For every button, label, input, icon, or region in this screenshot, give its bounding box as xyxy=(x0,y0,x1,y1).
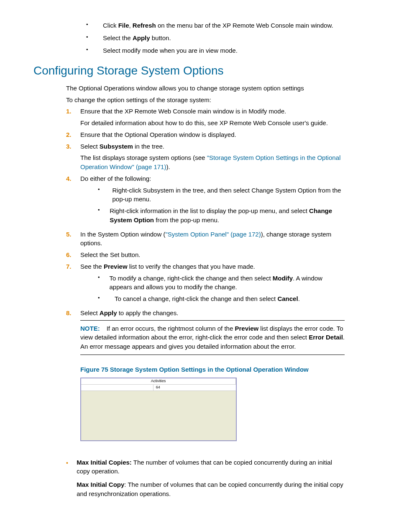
table-cell xyxy=(81,385,153,391)
table-cell: 64 xyxy=(153,385,236,391)
step-item: 8. Select Apply to apply the changes. xyxy=(66,308,345,318)
text: Do either of the following: xyxy=(80,174,345,183)
text-bold: Apply xyxy=(100,309,117,316)
step-number: 1. xyxy=(66,107,80,128)
text-bold: Refresh xyxy=(133,22,156,29)
bullet-item: • Select the Apply button. xyxy=(84,33,345,43)
bullet-item: • Max Initial Copies: The number of volu… xyxy=(66,458,345,499)
text-bold: Max Initial Copy xyxy=(77,481,124,488)
text: on the menu bar of the XP Remote Web Con… xyxy=(156,22,333,29)
text: If an error occurs, the rightmost column… xyxy=(107,325,235,332)
text-bold: Apply xyxy=(133,34,150,41)
text-bold: Error Detail xyxy=(309,334,343,341)
bullet-icon: • xyxy=(95,274,109,292)
step-number: 7. xyxy=(66,262,80,306)
sub-bullet-item: • To modify a change, right-click the ch… xyxy=(95,274,345,292)
step-item: 2. Ensure that the Optional Operation wi… xyxy=(66,130,345,139)
text: to apply the changes. xyxy=(117,309,179,316)
step-number: 6. xyxy=(66,250,80,260)
text: Select modify mode when you are in view … xyxy=(103,46,238,55)
text-bold: File xyxy=(118,22,129,29)
bullet-icon: • xyxy=(66,458,77,499)
text-bold: Cancel xyxy=(277,295,298,302)
text-bold: Preview xyxy=(104,263,128,270)
text-bold: Subsystem xyxy=(100,143,133,150)
text: To modify a change, right-click the chan… xyxy=(109,275,272,282)
step-item: 1. Ensure that the XP Remote Web Console… xyxy=(66,107,345,128)
bullet-icon: • xyxy=(95,294,115,303)
text: . xyxy=(298,295,300,302)
cross-reference-link[interactable]: "System Option Panel" (page 172) xyxy=(165,231,261,238)
bullet-icon: • xyxy=(84,46,103,55)
step-number: 5. xyxy=(66,230,80,248)
step-item: 7. See the Preview list to verify the ch… xyxy=(66,262,345,306)
text: Ensure that the Optional Operation windo… xyxy=(80,130,345,139)
bullet-icon: • xyxy=(95,186,113,204)
text: ). xyxy=(166,163,170,170)
paragraph: To change the option settings of the sto… xyxy=(66,95,345,105)
text: , xyxy=(129,22,133,29)
step-item: 4. Do either of the following: • Right-c… xyxy=(66,174,345,227)
sub-bullet-item: • Right-click information in the list to… xyxy=(95,206,345,225)
text: Select the xyxy=(103,34,133,41)
text-bold: Max Initial Copies: xyxy=(77,459,132,466)
text: To cancel a change, right-click the chan… xyxy=(115,295,277,302)
text: button. xyxy=(150,34,171,41)
text: Right-click Subsystem in the tree, and t… xyxy=(113,186,345,204)
table-header: Activities xyxy=(81,378,236,385)
text: Select xyxy=(80,143,100,150)
text: See the xyxy=(80,263,104,270)
bullet-icon: • xyxy=(95,206,110,225)
text: For detailed information about how to do… xyxy=(80,118,345,128)
step-number: 2. xyxy=(66,130,80,139)
text-bold: Preview xyxy=(235,325,258,332)
text: Select xyxy=(80,309,100,316)
sub-bullet-item: • Right-click Subsystem in the tree, and… xyxy=(95,186,345,204)
sub-bullet-item: • To cancel a change, right-click the ch… xyxy=(95,294,345,303)
bullet-icon: • xyxy=(84,21,103,30)
step-number: 4. xyxy=(66,174,80,227)
bullet-icon: • xyxy=(84,33,103,43)
section-heading: Configuring Storage System Options xyxy=(33,62,370,80)
step-item: 3. Select Subsystem in the tree. The lis… xyxy=(66,142,345,172)
text: The list displays storage system options… xyxy=(80,154,207,161)
text: in the tree. xyxy=(133,143,164,150)
step-number: 3. xyxy=(66,142,80,172)
text: Ensure that the XP Remote Web Console ma… xyxy=(80,107,345,116)
top-bullet-list: • Click File, Refresh on the menu bar of… xyxy=(84,21,345,55)
text-bold: Modify xyxy=(273,275,293,282)
bullet-item: • Click File, Refresh on the menu bar of… xyxy=(84,21,345,30)
note-label: NOTE: xyxy=(80,325,107,332)
step-item: 5. In the System Option window ("System … xyxy=(66,230,345,248)
text: Right-click information in the list to d… xyxy=(110,207,309,214)
figure-caption: Figure 75 Storage System Option Settings… xyxy=(80,365,345,374)
note-block: NOTE:If an error occurs, the rightmost c… xyxy=(80,320,345,355)
text: Select the Set button. xyxy=(80,250,345,260)
text: from the pop-up menu. xyxy=(154,216,219,224)
text: In the System Option window ( xyxy=(80,231,165,238)
step-item: 6. Select the Set button. xyxy=(66,250,345,260)
text: list to verify the changes that you have… xyxy=(128,263,255,270)
paragraph: The Optional Operations window allows yo… xyxy=(66,84,345,93)
text: Click xyxy=(103,22,118,29)
step-number: 8. xyxy=(66,308,80,318)
figure-screenshot: Activities 64 xyxy=(80,378,237,441)
bullet-item: • Select modify mode when you are in vie… xyxy=(84,46,345,55)
